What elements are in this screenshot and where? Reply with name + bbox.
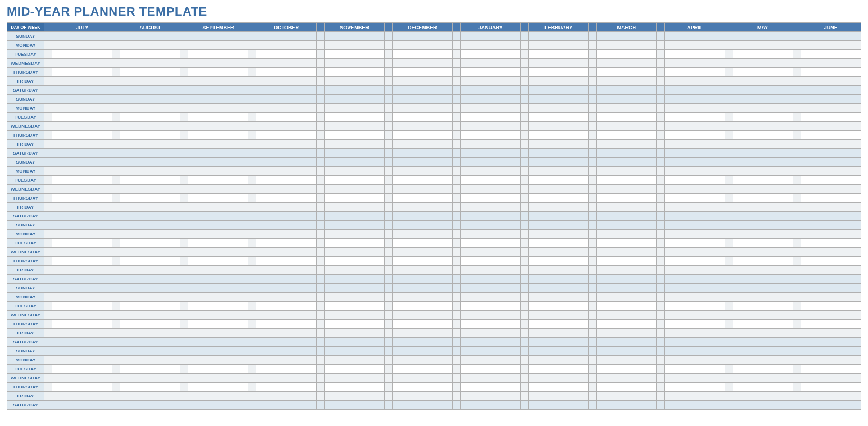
planner-cell-narrow[interactable] [793,149,801,158]
planner-cell-narrow[interactable] [180,275,188,284]
planner-cell-narrow[interactable] [657,68,665,77]
planner-cell-narrow[interactable] [44,320,52,329]
planner-cell[interactable] [733,212,793,221]
planner-cell[interactable] [52,50,112,59]
planner-cell-narrow[interactable] [248,86,256,95]
planner-cell-narrow[interactable] [384,212,392,221]
planner-cell[interactable] [120,140,180,149]
planner-cell-narrow[interactable] [44,185,52,194]
planner-cell[interactable] [460,86,520,95]
planner-cell-narrow[interactable] [316,257,324,266]
planner-cell[interactable] [801,122,861,131]
planner-cell-narrow[interactable] [521,158,529,167]
planner-cell-narrow[interactable] [589,347,597,356]
planner-cell-narrow[interactable] [384,41,392,50]
planner-cell[interactable] [733,185,793,194]
planner-cell[interactable] [120,356,180,365]
planner-cell-narrow[interactable] [657,113,665,122]
planner-cell-narrow[interactable] [316,194,324,203]
planner-cell-narrow[interactable] [589,41,597,50]
planner-cell[interactable] [52,77,112,86]
planner-cell[interactable] [120,104,180,113]
planner-cell[interactable] [733,239,793,248]
planner-cell[interactable] [256,230,316,239]
planner-cell-narrow[interactable] [112,221,120,230]
planner-cell-narrow[interactable] [521,266,529,275]
planner-cell[interactable] [665,221,725,230]
planner-cell[interactable] [392,86,452,95]
planner-cell-narrow[interactable] [248,113,256,122]
planner-cell-narrow[interactable] [112,32,120,41]
planner-cell[interactable] [597,212,657,221]
planner-cell[interactable] [188,194,248,203]
planner-cell[interactable] [52,212,112,221]
planner-cell[interactable] [52,41,112,50]
planner-cell[interactable] [392,194,452,203]
planner-cell-narrow[interactable] [452,374,460,383]
planner-cell[interactable] [460,275,520,284]
planner-cell[interactable] [120,68,180,77]
planner-cell-narrow[interactable] [521,284,529,293]
planner-cell-narrow[interactable] [384,230,392,239]
planner-cell[interactable] [665,140,725,149]
planner-cell[interactable] [188,311,248,320]
planner-cell[interactable] [188,257,248,266]
planner-cell-narrow[interactable] [316,221,324,230]
planner-cell[interactable] [188,104,248,113]
planner-cell-narrow[interactable] [725,50,733,59]
planner-cell-narrow[interactable] [657,266,665,275]
planner-cell[interactable] [733,221,793,230]
planner-cell[interactable] [120,248,180,257]
planner-cell-narrow[interactable] [180,140,188,149]
planner-cell-narrow[interactable] [725,158,733,167]
planner-cell[interactable] [733,140,793,149]
planner-cell-narrow[interactable] [725,104,733,113]
planner-cell-narrow[interactable] [725,383,733,392]
planner-cell-narrow[interactable] [793,95,801,104]
planner-cell[interactable] [324,59,384,68]
planner-cell[interactable] [188,203,248,212]
planner-cell-narrow[interactable] [44,329,52,338]
planner-cell[interactable] [392,239,452,248]
planner-cell[interactable] [597,383,657,392]
planner-cell-narrow[interactable] [657,392,665,401]
planner-cell-narrow[interactable] [657,185,665,194]
planner-cell-narrow[interactable] [589,59,597,68]
planner-cell-narrow[interactable] [316,383,324,392]
planner-cell[interactable] [188,365,248,374]
planner-cell[interactable] [529,284,589,293]
planner-cell[interactable] [801,131,861,140]
planner-cell-narrow[interactable] [521,329,529,338]
planner-cell[interactable] [120,86,180,95]
planner-cell[interactable] [529,356,589,365]
planner-cell-narrow[interactable] [180,257,188,266]
planner-cell[interactable] [733,347,793,356]
planner-cell-narrow[interactable] [589,320,597,329]
planner-cell[interactable] [597,293,657,302]
planner-cell-narrow[interactable] [657,320,665,329]
planner-cell-narrow[interactable] [793,221,801,230]
planner-cell[interactable] [597,203,657,212]
planner-cell[interactable] [120,95,180,104]
planner-cell[interactable] [256,185,316,194]
planner-cell-narrow[interactable] [657,230,665,239]
planner-cell[interactable] [256,86,316,95]
planner-cell[interactable] [256,212,316,221]
planner-cell[interactable] [460,338,520,347]
planner-cell-narrow[interactable] [521,194,529,203]
planner-cell[interactable] [801,266,861,275]
planner-cell-narrow[interactable] [384,320,392,329]
planner-cell[interactable] [460,32,520,41]
planner-cell[interactable] [256,338,316,347]
planner-cell-narrow[interactable] [521,302,529,311]
planner-cell-narrow[interactable] [657,131,665,140]
planner-cell[interactable] [529,275,589,284]
planner-cell-narrow[interactable] [180,266,188,275]
planner-cell-narrow[interactable] [316,320,324,329]
planner-cell[interactable] [733,50,793,59]
planner-cell[interactable] [392,113,452,122]
planner-cell-narrow[interactable] [793,275,801,284]
planner-cell[interactable] [188,41,248,50]
planner-cell-narrow[interactable] [384,266,392,275]
planner-cell-narrow[interactable] [44,59,52,68]
